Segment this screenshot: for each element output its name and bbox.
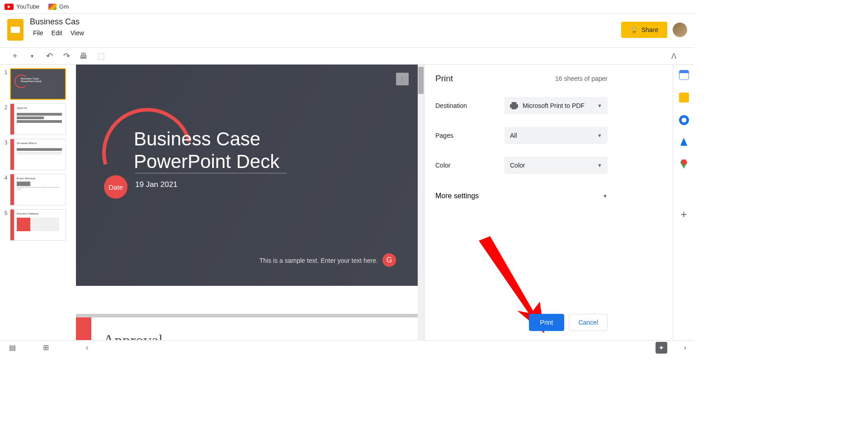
maps-icon[interactable] <box>679 159 689 168</box>
filmstrip-view-icon[interactable]: ▤ <box>9 343 16 352</box>
destination-dropdown[interactable]: Microsoft Print to PDF ▼ <box>505 97 608 114</box>
divider-line <box>135 173 287 173</box>
add-addon-icon[interactable]: + <box>680 208 687 221</box>
share-label: Share <box>642 26 658 33</box>
gmail-icon <box>48 4 57 10</box>
document-title[interactable]: Business Cas <box>30 17 687 27</box>
chevron-down-icon: ▼ <box>597 133 602 138</box>
red-bar-decoration <box>10 139 14 170</box>
thumbnail-slide-5[interactable]: Executive Summary <box>10 209 66 241</box>
thumb-title: Business CasePowerPoint Deck <box>21 77 42 83</box>
pages-row: Pages All ▼ <box>435 127 608 144</box>
thumbnail-number: 4 <box>2 174 10 205</box>
bottom-bar: ▤ ⊞ ‹ ✦ › <box>0 340 694 354</box>
user-avatar[interactable] <box>673 23 687 37</box>
slide-1-content: 1 Date Business CasePowerPoint Deck 19 J… <box>76 65 418 286</box>
print-title: Print <box>435 74 453 84</box>
page-number-badge: 1 <box>396 73 409 85</box>
thumbnail-slide-4[interactable]: Project Rationale Lorem ipsum dolor sit … <box>10 174 66 205</box>
thumbnail-number: 1 <box>2 68 10 100</box>
preview-scrollbar[interactable] <box>418 65 424 340</box>
red-bar-decoration <box>10 104 14 135</box>
pages-value: All <box>510 132 517 139</box>
destination-row: Destination Microsoft Print to PDF ▼ <box>435 97 608 114</box>
bookmarks-bar: YouTube Gm <box>0 0 694 14</box>
thumbnail-number: 5 <box>2 209 10 241</box>
thumbnail-number: 2 <box>2 103 10 135</box>
slide-title: Business CasePowerPoint Deck <box>134 128 279 173</box>
undo-button[interactable]: ↶ <box>43 50 55 62</box>
menu-edit[interactable]: Edit <box>48 28 66 38</box>
thumbnail-number: 3 <box>2 139 10 170</box>
share-button[interactable]: 🔒 Share <box>621 22 667 38</box>
sheet-count: 16 sheets of paper <box>555 75 608 82</box>
destination-value: Microsoft Print to PDF <box>523 102 585 109</box>
bookmark-youtube[interactable]: YouTube <box>5 3 39 10</box>
print-preview-pane[interactable]: 1 Date Business CasePowerPoint Deck 19 J… <box>76 65 418 340</box>
thumb-title: Project Rationale <box>17 177 36 180</box>
slides-header: Business Cas File Edit View 🔒 Share <box>0 14 694 47</box>
tasks-icon[interactable] <box>679 115 689 125</box>
grid-view-icon[interactable]: ⊞ <box>43 343 49 352</box>
slide-footer-text: This is a sample text. Enter your text h… <box>259 257 378 264</box>
color-label: Color <box>435 162 450 169</box>
thumbnail-row: 5 Executive Summary <box>2 209 74 241</box>
preview-page-1: 1 Date Business CasePowerPoint Deck 19 J… <box>76 65 418 314</box>
collapse-toolbar-icon[interactable]: ᐱ <box>671 52 676 61</box>
person-lock-icon: 🔒 <box>630 26 638 33</box>
thumbnail-slide-1[interactable]: Business CasePowerPoint Deck <box>10 68 66 100</box>
slides-logo-icon[interactable] <box>7 19 24 41</box>
slide-date: 19 Jan 2021 <box>135 180 178 189</box>
redo-button[interactable]: ↷ <box>61 50 72 62</box>
pages-dropdown[interactable]: All ▼ <box>505 127 608 144</box>
color-dropdown[interactable]: Color ▼ <box>505 157 608 174</box>
red-bar-decoration <box>10 174 14 205</box>
printer-icon <box>510 102 518 109</box>
thumbnail-slide-2[interactable]: Approval <box>10 103 66 135</box>
keep-icon[interactable] <box>679 93 689 103</box>
red-bar-decoration <box>10 210 14 240</box>
print-button[interactable]: 🖶 <box>78 50 90 62</box>
thumbnail-slide-3[interactable]: Document History <box>10 139 66 170</box>
cancel-button[interactable]: Cancel <box>569 314 608 331</box>
print-confirm-button[interactable]: Print <box>529 314 565 331</box>
preview-page-2: Approval Author Date: Signature: Sample … <box>76 314 418 340</box>
side-panel: + <box>673 65 694 340</box>
calendar-icon[interactable] <box>679 70 689 80</box>
thumbnail-row: 4 Project Rationale Lorem ipsum dolor si… <box>2 174 74 205</box>
chevron-down-icon: ▼ <box>603 193 608 199</box>
dialog-actions: Print Cancel <box>529 314 608 331</box>
menu-view[interactable]: View <box>67 28 87 38</box>
print-dialog: 1 Date Business CasePowerPoint Deck 19 J… <box>76 65 618 340</box>
slide-title: Approval <box>103 332 163 340</box>
collapse-panel-icon[interactable]: ‹ <box>86 344 88 352</box>
pages-label: Pages <box>435 132 453 139</box>
date-badge: Date <box>104 175 127 199</box>
g-badge: G <box>382 253 396 267</box>
paint-format-button[interactable]: ⬚ <box>95 50 107 62</box>
red-bar-decoration <box>76 317 91 340</box>
thumbnail-row: 2 Approval <box>2 103 74 135</box>
color-value: Color <box>510 162 525 169</box>
thumb-title: Executive Summary <box>17 212 39 215</box>
thumbnail-row: 3 Document History <box>2 139 74 170</box>
color-row: Color Color ▼ <box>435 157 608 174</box>
document-info: Business Cas File Edit View <box>30 17 687 38</box>
dropdown-icon[interactable]: ▼ <box>26 50 38 62</box>
thumbnail-row: 1 Business CasePowerPoint Deck <box>2 68 74 100</box>
explore-button[interactable]: ✦ <box>656 342 667 354</box>
scrollbar-thumb[interactable] <box>418 67 424 94</box>
bookmark-label: Gm <box>59 3 69 10</box>
thumbnails-panel[interactable]: 1 Business CasePowerPoint Deck 2 Approva… <box>0 65 76 340</box>
more-settings-toggle[interactable]: More settings ▼ <box>435 187 608 205</box>
slide-2-content: Approval Author Date: Signature: Sample … <box>76 314 418 340</box>
thumb-title: Approval <box>17 107 27 109</box>
expand-panel-icon[interactable]: › <box>684 344 686 352</box>
chevron-down-icon: ▼ <box>597 103 602 108</box>
contacts-icon[interactable] <box>680 138 688 146</box>
menu-file[interactable]: File <box>30 28 47 38</box>
new-slide-button[interactable]: + <box>9 50 21 62</box>
bookmark-gmail[interactable]: Gm <box>48 3 69 10</box>
settings-header: Print 16 sheets of paper <box>435 74 608 84</box>
print-settings-panel: Print 16 sheets of paper Destination Mic… <box>424 65 618 340</box>
